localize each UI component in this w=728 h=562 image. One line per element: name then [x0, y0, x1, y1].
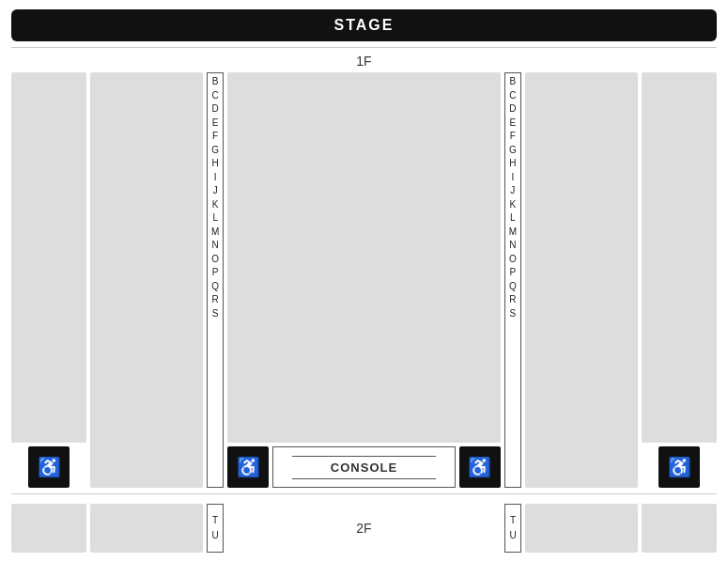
right-side-block [525, 72, 638, 488]
row-label: M [211, 226, 219, 240]
row-label: S [212, 307, 219, 321]
row-label: I [214, 171, 217, 185]
console-line-top [292, 456, 437, 457]
row-label: U [509, 528, 516, 543]
row-label: P [509, 266, 516, 280]
row-label: M [509, 226, 517, 240]
row-label: L [212, 211, 218, 226]
far-left-side-block [11, 72, 86, 443]
console-label: CONSOLE [331, 461, 397, 475]
row-label: H [212, 157, 219, 171]
row-label: Q [509, 280, 517, 294]
left-row-labels: BCDEFGHIJKLMNOPQRS [207, 72, 224, 488]
row-label: E [509, 117, 516, 131]
row-label: O [211, 253, 219, 267]
row-label: N [509, 239, 516, 253]
row-label: U [211, 528, 218, 543]
row-label: K [509, 198, 516, 212]
row-label: L [510, 211, 516, 226]
row-label: B [212, 75, 219, 89]
seating-chart: STAGE 1F ♿ BCDEFGHIJKLMNOPQRS ♿ CONSOLE … [0, 0, 728, 562]
row-label: T [510, 513, 516, 528]
row-label: J [213, 184, 218, 198]
floor-1-label: 1F [11, 54, 717, 69]
row-label: H [509, 157, 516, 171]
far-left-outer: ♿ [11, 72, 86, 488]
row-label: C [212, 89, 219, 103]
row-label: Q [211, 280, 219, 294]
divider-top [11, 47, 717, 48]
row-label: S [509, 307, 516, 321]
row-label: F [212, 130, 218, 144]
2f-left-side [90, 504, 203, 553]
stage-bar: STAGE [11, 9, 717, 41]
row-label: C [509, 89, 516, 103]
row-label: D [212, 102, 219, 117]
far-left-wheelchair[interactable]: ♿ [28, 446, 70, 488]
2f-left-row-labels: TU [207, 504, 224, 553]
center-left-wheelchair[interactable]: ♿ [227, 446, 269, 488]
row-label: T [212, 513, 218, 528]
floor-1-section: ♿ BCDEFGHIJKLMNOPQRS ♿ CONSOLE ♿ BCDEFGH… [11, 72, 717, 488]
console-box: CONSOLE [272, 446, 455, 488]
console-line-bottom [292, 478, 437, 479]
row-label: R [509, 293, 516, 307]
row-label: E [212, 117, 219, 131]
row-label: D [509, 102, 516, 117]
far-right-side-block [642, 72, 717, 443]
left-side-block [90, 72, 203, 488]
floor-2-section: TU 2F TU [11, 504, 717, 553]
row-label: P [212, 266, 219, 280]
center-bottom: ♿ CONSOLE ♿ [227, 446, 500, 488]
far-right-wheelchair[interactable]: ♿ [658, 446, 700, 488]
row-label: O [509, 253, 517, 267]
row-label: F [510, 130, 516, 144]
2f-right-row-labels: TU [504, 504, 521, 553]
row-label: N [212, 239, 219, 253]
divider-bottom [11, 493, 717, 494]
row-label: G [211, 144, 219, 158]
floor-2-label: 2F [227, 504, 501, 553]
row-label: R [212, 293, 219, 307]
right-row-labels: BCDEFGHIJKLMNOPQRS [504, 72, 521, 488]
2f-far-left [11, 504, 86, 553]
row-label: I [511, 171, 514, 185]
floor-2-wrapper: TU 2F TU [11, 504, 717, 553]
2f-right-side [525, 504, 638, 553]
row-label: J [510, 184, 515, 198]
2f-far-right [642, 504, 717, 553]
far-right-outer: ♿ [642, 72, 717, 488]
row-label: K [212, 198, 219, 212]
center-section: ♿ CONSOLE ♿ [227, 72, 500, 488]
row-label: B [509, 75, 516, 89]
row-label: G [509, 144, 517, 158]
center-right-wheelchair[interactable]: ♿ [459, 446, 501, 488]
center-main-area [227, 72, 500, 443]
